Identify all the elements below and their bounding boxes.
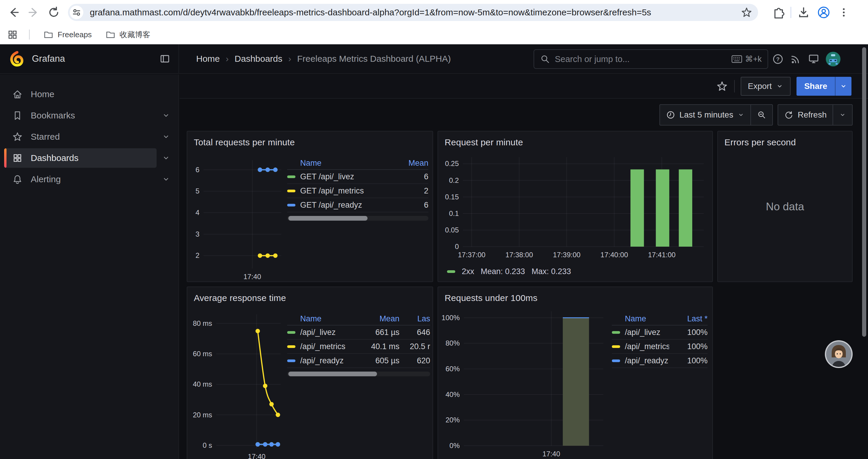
legend-header-name[interactable]: Name	[287, 314, 349, 323]
apps-shortcut-icon[interactable]	[4, 26, 21, 43]
sidebar-item-dashboards-button[interactable]: Dashboards	[4, 148, 157, 168]
chevron-down-icon	[737, 111, 745, 119]
sidebar-item-home-button[interactable]: Home	[4, 85, 176, 104]
help-icon[interactable]: ?	[772, 53, 784, 65]
sidebar-expand-bookmarks[interactable]	[157, 111, 176, 120]
sidebar-item-label: Bookmarks	[31, 110, 75, 121]
request-per-minute-chart[interactable]: 00.050.10.150.20.2517:37:0017:38:0017:39…	[442, 152, 710, 264]
extensions-icon[interactable]	[768, 2, 788, 23]
legend-swatch	[447, 270, 455, 273]
downloads-icon[interactable]	[794, 2, 814, 23]
bookmark-label: Freeleaps	[58, 30, 92, 39]
legend-value-cell: 6	[400, 201, 428, 210]
legend-header-name[interactable]: Name	[287, 159, 400, 168]
legend-row[interactable]: /api/_livez100%	[612, 326, 708, 340]
sidebar-expand-starred[interactable]	[157, 132, 176, 141]
legend-value-cell: 2	[400, 186, 428, 196]
url-bar[interactable]: grafana.mathmast.com/d/deytv4rwavabkb/fr…	[68, 4, 758, 21]
grafana-logo[interactable]	[9, 51, 25, 67]
url-text[interactable]: grafana.mathmast.com/d/deytv4rwavabkb/fr…	[90, 7, 740, 18]
chevron-down-icon	[162, 111, 170, 120]
news-rss-icon[interactable]	[789, 53, 802, 65]
brand-name[interactable]: Grafana	[32, 54, 159, 64]
zoom-out-button[interactable]	[750, 105, 772, 125]
legend-swatch	[287, 345, 296, 348]
legend-series-label: /api/_readyz	[625, 356, 668, 365]
legend-scrollbar-thumb[interactable]	[288, 371, 377, 376]
legend-row[interactable]: /api/_livez661 µs646	[287, 326, 430, 340]
panel-title[interactable]: Average response time	[194, 293, 286, 303]
toolbar-divider	[734, 80, 735, 93]
svg-text:4: 4	[195, 208, 199, 217]
legend-series-label[interactable]: 2xx	[462, 267, 474, 276]
legend-row[interactable]: /api/_readyz100%	[612, 354, 708, 368]
favorite-star-icon[interactable]	[716, 80, 728, 93]
share-menu-toggle[interactable]	[835, 77, 851, 96]
sidebar-item-bookmarks-button[interactable]: Bookmarks	[4, 106, 157, 125]
bookmark-folder-freeleaps[interactable]: Freeleaps	[43, 30, 92, 40]
search-input[interactable]: Search or jump to... ⌘+k	[533, 49, 768, 69]
panel-title[interactable]: Request per minute	[445, 137, 523, 147]
legend-header-las[interactable]: Las	[399, 314, 430, 323]
apps-grid-icon	[12, 153, 23, 164]
breadcrumb-home[interactable]: Home	[196, 54, 220, 64]
page-scrollbar[interactable]	[862, 47, 866, 337]
sidebar-expand-dashboards[interactable]	[157, 154, 176, 162]
legend-row[interactable]: GET /api/_livez6	[287, 170, 428, 184]
browser-profile-icon[interactable]	[814, 2, 834, 23]
forward-icon[interactable]	[24, 2, 44, 23]
panel-title[interactable]: Requests under 100ms	[445, 293, 537, 303]
back-icon[interactable]	[4, 2, 24, 23]
bookmark-folder-blogs[interactable]: 收藏博客	[105, 30, 150, 40]
legend-row[interactable]: /api/_metrics100%	[612, 340, 708, 354]
legend-scrollbar[interactable]	[287, 371, 430, 376]
profile-icon	[817, 6, 831, 19]
legend-header-name[interactable]: Name	[612, 314, 669, 323]
mega-menu-toggle-icon[interactable]	[159, 53, 171, 65]
legend-scrollbar-thumb[interactable]	[288, 216, 368, 221]
breadcrumb-dashboards[interactable]: Dashboards	[235, 54, 282, 64]
panel-title[interactable]: Errors per second	[724, 137, 796, 147]
legend-row[interactable]: GET /api/_metrics2	[287, 184, 428, 198]
legend-swatch	[612, 359, 620, 362]
legend-row[interactable]: /api/_readyz605 µs620	[287, 354, 430, 368]
legend-header-last[interactable]: Last *	[669, 314, 708, 323]
requests-under-100ms-plot[interactable]: 0%20%40%60%80%100%17:40	[442, 311, 607, 459]
site-settings-icon[interactable]	[70, 6, 83, 19]
svg-text:0.1: 0.1	[449, 209, 459, 218]
grafana-header: Grafana Home › Dashboards › Freeleaps Me…	[0, 44, 868, 74]
user-avatar[interactable]	[826, 52, 841, 67]
floating-avatar[interactable]	[824, 340, 853, 369]
request-per-minute-plot[interactable]: 00.050.10.150.20.2517:37:0017:38:0017:39…	[442, 152, 710, 264]
panel-title[interactable]: Total requests per minute	[194, 137, 295, 147]
reload-icon[interactable]	[44, 2, 64, 23]
average-response-time-chart[interactable]: 0 s20 ms40 ms60 ms80 ms17:40	[189, 311, 286, 459]
total-requests-chart[interactable]: 2345617:40	[190, 155, 285, 282]
bookmark-star-icon[interactable]	[740, 6, 753, 19]
sidebar-item-starred-button[interactable]: Starred	[4, 127, 157, 146]
svg-text:20 ms: 20 ms	[193, 411, 212, 419]
share-label[interactable]: Share	[797, 77, 835, 96]
browser-menu-icon[interactable]	[834, 2, 854, 23]
legend-header-mean[interactable]: Mean	[400, 159, 428, 168]
legend-header-row: NameMean	[287, 157, 428, 170]
share-button[interactable]: Share	[797, 77, 851, 96]
export-button[interactable]: Export	[741, 77, 790, 96]
legend-header-mean[interactable]: Mean	[349, 314, 399, 323]
sidebar-item-alerting-button[interactable]: Alerting	[4, 169, 157, 189]
legend-row[interactable]: GET /api/_readyz6	[287, 198, 428, 212]
svg-text:5: 5	[195, 187, 199, 195]
refresh-icon	[784, 110, 794, 120]
requests-under-100ms-chart[interactable]: 0%20%40%60%80%100%17:40	[442, 311, 607, 459]
monitor-icon[interactable]	[807, 53, 820, 66]
refresh-interval-toggle[interactable]	[833, 105, 852, 125]
legend-series-label: GET /api/_livez	[300, 172, 354, 182]
average-response-time-plot[interactable]: 0 s20 ms40 ms60 ms80 ms17:40	[189, 311, 286, 459]
refresh-button[interactable]: Refresh	[778, 105, 833, 125]
total-requests-per-minute-plot[interactable]: 2345617:40	[190, 155, 285, 282]
legend-row[interactable]: /api/_metrics40.1 ms20.5 r	[287, 340, 430, 354]
time-range-label: Last 5 minutes	[680, 110, 733, 120]
sidebar-expand-alerting[interactable]	[157, 175, 176, 184]
time-range-picker[interactable]: Last 5 minutes	[660, 105, 750, 125]
legend-scrollbar[interactable]	[287, 216, 428, 221]
